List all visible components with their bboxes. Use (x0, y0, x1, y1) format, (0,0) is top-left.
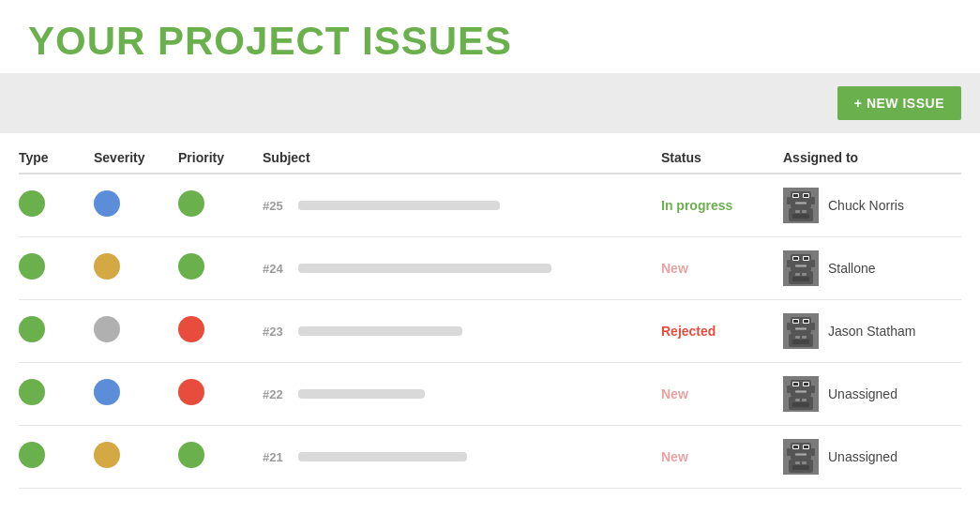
table-header: Type Severity Priority Subject Status As… (19, 143, 961, 174)
issue-id: #23 (263, 325, 283, 339)
svg-rect-5 (804, 194, 808, 197)
svg-rect-55 (811, 386, 815, 393)
svg-rect-63 (795, 454, 807, 455)
issue-id: #22 (263, 387, 283, 401)
svg-rect-66 (802, 461, 807, 464)
status-cell: Rejected (652, 300, 774, 363)
issues-table-wrapper: Type Severity Priority Subject Status As… (0, 143, 980, 489)
subject-bar (298, 326, 462, 336)
svg-rect-53 (792, 402, 809, 407)
status-badge: Rejected (661, 324, 716, 339)
svg-rect-51 (795, 399, 800, 401)
subject-cell: #23 (253, 300, 652, 363)
severity-dot (94, 379, 120, 405)
severity-cell (84, 300, 169, 363)
svg-rect-18 (793, 257, 798, 260)
subject-bar (298, 452, 467, 461)
subject-bar (298, 264, 551, 273)
severity-cell (84, 237, 169, 300)
svg-rect-67 (792, 465, 809, 470)
type-cell (19, 174, 84, 237)
issue-id: #25 (263, 199, 283, 213)
col-header-type: Type (19, 143, 84, 174)
page-title: YOUR PROJECT ISSUES (28, 19, 952, 64)
type-dot (19, 442, 45, 468)
status-cell: In progress (652, 174, 774, 237)
severity-dot (94, 442, 120, 468)
table-row[interactable]: #21 New Unassigned (19, 426, 961, 489)
svg-rect-33 (804, 320, 808, 323)
title-part1: YOUR PROJECT (28, 19, 350, 63)
status-badge: New (661, 386, 688, 401)
status-cell: New (652, 426, 774, 489)
svg-rect-49 (795, 391, 807, 392)
type-dot (19, 190, 45, 217)
svg-rect-10 (802, 210, 807, 213)
page-header: YOUR PROJECT ISSUES (0, 0, 980, 73)
col-header-assigned: Assigned to (774, 143, 961, 174)
avatar (783, 313, 819, 349)
type-dot (19, 379, 45, 405)
col-header-severity: Severity (84, 143, 169, 174)
svg-rect-27 (811, 260, 815, 267)
severity-dot (94, 190, 120, 217)
severity-cell (84, 174, 169, 237)
type-cell (19, 300, 84, 363)
col-header-status: Status (652, 143, 774, 174)
col-header-priority: Priority (169, 143, 253, 174)
svg-rect-12 (787, 197, 791, 204)
type-dot (19, 316, 45, 342)
svg-rect-21 (795, 265, 807, 266)
svg-rect-4 (793, 194, 798, 197)
issues-table: Type Severity Priority Subject Status As… (19, 143, 961, 489)
svg-rect-19 (804, 257, 808, 260)
table-row[interactable]: #25 In progress Chuck Norris (19, 174, 961, 237)
svg-rect-38 (802, 336, 807, 339)
title-part2: ISSUES (362, 19, 512, 63)
type-cell (19, 237, 84, 300)
type-cell (19, 363, 84, 426)
priority-dot (178, 442, 204, 468)
avatar (783, 439, 819, 475)
severity-cell (84, 363, 169, 426)
svg-rect-60 (793, 446, 798, 448)
table-row[interactable]: #24 New Stallone (19, 237, 961, 300)
svg-rect-68 (787, 448, 791, 456)
table-row[interactable]: #22 New Unassigned (19, 363, 961, 426)
assigned-cell: Stallone (774, 237, 961, 300)
avatar (783, 376, 819, 412)
priority-dot (178, 316, 204, 342)
severity-dot (94, 253, 120, 280)
status-badge: In progress (661, 198, 732, 213)
svg-rect-40 (787, 323, 791, 330)
svg-rect-52 (802, 399, 807, 401)
svg-rect-46 (793, 383, 798, 386)
svg-rect-26 (787, 260, 791, 267)
subject-cell: #22 (253, 363, 652, 426)
table-body: #25 In progress Chuck Norris #24 New (19, 174, 961, 489)
avatar (783, 188, 819, 223)
type-cell (19, 426, 84, 489)
status-cell: New (652, 363, 774, 426)
subject-cell: #25 (253, 174, 652, 237)
priority-dot (178, 190, 204, 217)
table-row[interactable]: #23 Rejected Jason Statham (19, 300, 961, 363)
svg-rect-11 (792, 214, 809, 219)
status-cell: New (652, 237, 774, 300)
svg-rect-37 (795, 336, 800, 339)
svg-rect-25 (792, 277, 809, 281)
toolbar: + NEW ISSUE (0, 73, 980, 133)
assigned-cell: Jason Statham (774, 300, 961, 363)
status-badge: New (661, 261, 688, 276)
type-dot (19, 253, 45, 280)
svg-rect-24 (802, 273, 807, 276)
issue-id: #21 (263, 450, 283, 464)
svg-rect-23 (795, 273, 800, 276)
svg-rect-35 (795, 328, 807, 329)
assigned-name: Jason Statham (828, 324, 915, 339)
new-issue-button[interactable]: + NEW ISSUE (837, 86, 961, 120)
assigned-cell: Chuck Norris (774, 174, 961, 237)
subject-cell: #24 (253, 237, 652, 300)
priority-cell (169, 300, 253, 363)
svg-rect-32 (793, 320, 798, 323)
